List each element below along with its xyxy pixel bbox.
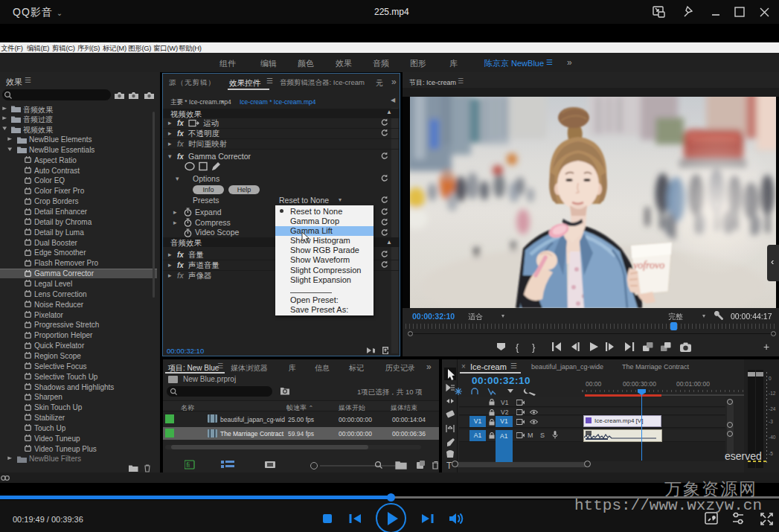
svg-text:}: } [532, 342, 536, 353]
svg-text:fi: fi [187, 461, 190, 469]
svg-text:{: { [516, 342, 519, 353]
